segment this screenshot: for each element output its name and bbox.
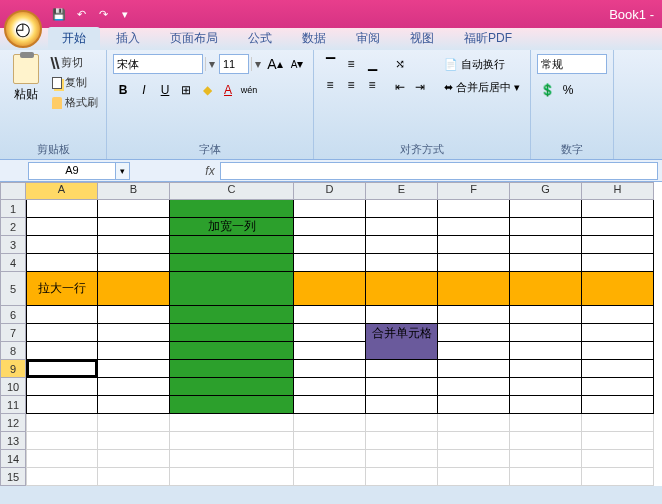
- cell-C1[interactable]: [170, 200, 294, 218]
- cell-F4[interactable]: [438, 254, 510, 272]
- cell-A1[interactable]: [26, 200, 98, 218]
- cell-F11[interactable]: [438, 396, 510, 414]
- cell-H1[interactable]: [582, 200, 654, 218]
- cell-C14[interactable]: [170, 450, 294, 468]
- cell-A11[interactable]: [26, 396, 98, 414]
- cell-D6[interactable]: [294, 306, 366, 324]
- font-name-dropdown-icon[interactable]: ▾: [205, 57, 217, 71]
- cell-A5[interactable]: 拉大一行: [26, 272, 98, 306]
- select-all-corner[interactable]: [0, 182, 26, 200]
- cell-C11[interactable]: [170, 396, 294, 414]
- tab-home[interactable]: 开始: [48, 27, 100, 50]
- cell-D5[interactable]: [294, 272, 366, 306]
- cell-E15[interactable]: [366, 468, 438, 486]
- tab-formulas[interactable]: 公式: [234, 27, 286, 50]
- cell-F3[interactable]: [438, 236, 510, 254]
- cell-G8[interactable]: [510, 342, 582, 360]
- cell-F13[interactable]: [438, 432, 510, 450]
- qat-dropdown-icon[interactable]: ▾: [116, 5, 134, 23]
- cell-A8[interactable]: [26, 342, 98, 360]
- cell-B5[interactable]: [98, 272, 170, 306]
- align-middle-button[interactable]: ≡: [341, 54, 361, 74]
- row-header-7[interactable]: 7: [0, 324, 26, 342]
- cell-B13[interactable]: [98, 432, 170, 450]
- font-name-combo[interactable]: 宋体: [113, 54, 203, 74]
- tab-review[interactable]: 审阅: [342, 27, 394, 50]
- cell-D2[interactable]: [294, 218, 366, 236]
- row-header-4[interactable]: 4: [0, 254, 26, 272]
- cell-E1[interactable]: [366, 200, 438, 218]
- formula-input[interactable]: [220, 162, 658, 180]
- cell-D15[interactable]: [294, 468, 366, 486]
- cell-A9[interactable]: [26, 360, 98, 378]
- cell-B6[interactable]: [98, 306, 170, 324]
- row-header-13[interactable]: 13: [0, 432, 26, 450]
- cell-E7[interactable]: 合并单元格: [366, 324, 438, 342]
- cell-G2[interactable]: [510, 218, 582, 236]
- row-header-10[interactable]: 10: [0, 378, 26, 396]
- bold-button[interactable]: B: [113, 80, 133, 100]
- col-header-F[interactable]: F: [438, 182, 510, 200]
- row-header-1[interactable]: 1: [0, 200, 26, 218]
- cell-E2[interactable]: [366, 218, 438, 236]
- cell-F12[interactable]: [438, 414, 510, 432]
- cut-button[interactable]: 剪切: [50, 54, 100, 71]
- cell-D1[interactable]: [294, 200, 366, 218]
- cell-C8[interactable]: [170, 342, 294, 360]
- cell-B15[interactable]: [98, 468, 170, 486]
- cell-H3[interactable]: [582, 236, 654, 254]
- cell-E14[interactable]: [366, 450, 438, 468]
- cell-H9[interactable]: [582, 360, 654, 378]
- name-box[interactable]: A9: [28, 162, 116, 180]
- cell-G6[interactable]: [510, 306, 582, 324]
- cell-B2[interactable]: [98, 218, 170, 236]
- cell-G3[interactable]: [510, 236, 582, 254]
- name-box-dropdown-icon[interactable]: ▾: [116, 162, 130, 180]
- cell-H14[interactable]: [582, 450, 654, 468]
- cell-B14[interactable]: [98, 450, 170, 468]
- save-icon[interactable]: 💾: [50, 5, 68, 23]
- cell-F5[interactable]: [438, 272, 510, 306]
- cell-E5[interactable]: [366, 272, 438, 306]
- cell-A15[interactable]: [26, 468, 98, 486]
- cell-F6[interactable]: [438, 306, 510, 324]
- cell-C12[interactable]: [170, 414, 294, 432]
- align-bottom-button[interactable]: ▁: [362, 54, 382, 74]
- cell-C4[interactable]: [170, 254, 294, 272]
- format-painter-button[interactable]: 格式刷: [50, 94, 100, 111]
- cell-F9[interactable]: [438, 360, 510, 378]
- align-right-button[interactable]: ≡: [362, 75, 382, 95]
- cell-A13[interactable]: [26, 432, 98, 450]
- cell-C7[interactable]: [170, 324, 294, 342]
- cell-B11[interactable]: [98, 396, 170, 414]
- increase-indent-button[interactable]: ⇥: [410, 77, 430, 97]
- row-header-8[interactable]: 8: [0, 342, 26, 360]
- row-header-11[interactable]: 11: [0, 396, 26, 414]
- tab-view[interactable]: 视图: [396, 27, 448, 50]
- cell-C9[interactable]: [170, 360, 294, 378]
- phonetic-button[interactable]: wén: [239, 80, 259, 100]
- cell-E13[interactable]: [366, 432, 438, 450]
- cell-E8[interactable]: [366, 342, 438, 360]
- cell-D11[interactable]: [294, 396, 366, 414]
- row-header-12[interactable]: 12: [0, 414, 26, 432]
- cell-G10[interactable]: [510, 378, 582, 396]
- row-header-6[interactable]: 6: [0, 306, 26, 324]
- cell-F14[interactable]: [438, 450, 510, 468]
- orientation-button[interactable]: ⤭: [390, 54, 410, 74]
- cell-E11[interactable]: [366, 396, 438, 414]
- cell-H5[interactable]: [582, 272, 654, 306]
- cell-B1[interactable]: [98, 200, 170, 218]
- cell-D10[interactable]: [294, 378, 366, 396]
- cell-E9[interactable]: [366, 360, 438, 378]
- cell-G1[interactable]: [510, 200, 582, 218]
- cell-C5[interactable]: [170, 272, 294, 306]
- align-center-button[interactable]: ≡: [341, 75, 361, 95]
- cell-A3[interactable]: [26, 236, 98, 254]
- cell-E10[interactable]: [366, 378, 438, 396]
- cell-H15[interactable]: [582, 468, 654, 486]
- cell-H6[interactable]: [582, 306, 654, 324]
- cell-A2[interactable]: [26, 218, 98, 236]
- paste-button[interactable]: 粘贴: [6, 54, 46, 111]
- row-header-14[interactable]: 14: [0, 450, 26, 468]
